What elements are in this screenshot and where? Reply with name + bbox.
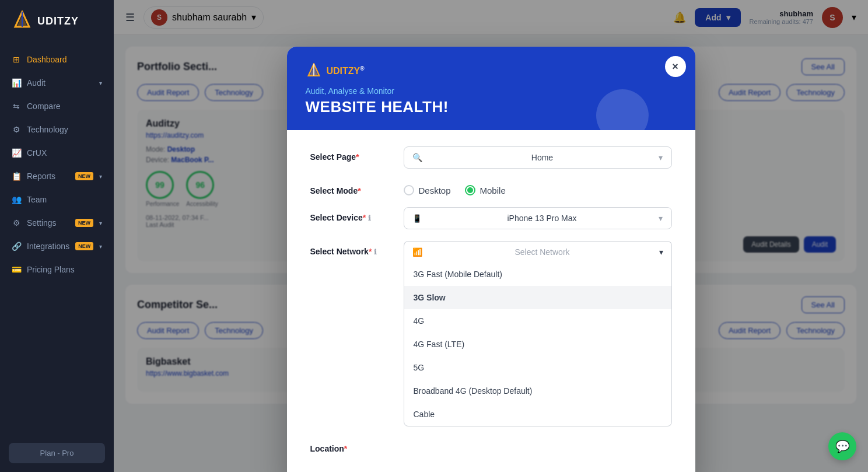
audit-icon: 📊 [12, 78, 21, 88]
mobile-label: Mobile [480, 186, 506, 195]
integrations-icon: 🔗 [12, 242, 21, 251]
sidebar-navigation: ⊞ Dashboard 📊 Audit ▾ ⇆ Compare ⚙ Techno… [0, 42, 114, 434]
mode-mobile-option[interactable]: Mobile [465, 185, 506, 195]
chevron-down-icon: ▾ [99, 220, 102, 226]
search-icon: 🔍 [412, 153, 422, 162]
device-info-icon[interactable]: ℹ [368, 214, 371, 222]
plan-button[interactable]: Plan - Pro [9, 443, 105, 463]
sidebar-item-label: CrUX [27, 148, 102, 158]
select-network-field[interactable]: 📶 Select Network ▾ [404, 241, 672, 263]
modal-logo-icon [306, 63, 322, 79]
select-network-control: 📶 Select Network ▾ 3G Fast (Mobile Defau… [404, 241, 672, 426]
sidebar-bottom: Plan - Pro [0, 434, 114, 472]
chat-bubble-button[interactable]: 💬 [828, 432, 856, 460]
sidebar-item-label: Technology [27, 125, 102, 134]
sidebar-item-audit[interactable]: 📊 Audit ▾ [0, 71, 114, 95]
chevron-down-icon: ▾ [99, 243, 102, 250]
chevron-down-icon: ▾ [99, 173, 102, 180]
select-mode-label: Select Mode* [310, 180, 392, 195]
sidebar-item-label: Pricing Plans [27, 265, 102, 274]
modal-header: UDITZY® Audit, Analyse & Monitor WEBSITE… [287, 47, 695, 130]
sidebar-item-integrations[interactable]: 🔗 Integrations NEW ▾ [0, 235, 114, 258]
network-option-broadband[interactable]: Broadband 4G (Desktop Default) [404, 379, 671, 403]
network-info-icon[interactable]: ℹ [374, 248, 377, 256]
sidebar-item-label: Settings [27, 218, 69, 228]
modal-logo-text: UDITZY® [327, 65, 365, 76]
select-page-row: Select Page* 🔍 Home ▾ [310, 146, 672, 169]
modal-overlay: UDITZY® Audit, Analyse & Monitor WEBSITE… [114, 0, 868, 472]
chevron-down-icon: ▾ [659, 247, 663, 257]
chevron-down-icon: ▾ [659, 153, 663, 162]
modal-decoration [596, 89, 649, 142]
network-placeholder: Select Network [514, 247, 569, 257]
network-option-5g[interactable]: 5G [404, 356, 671, 379]
sidebar-item-settings[interactable]: ⚙ Settings NEW ▾ [0, 211, 114, 235]
modal-close-button[interactable]: × [665, 56, 686, 77]
auditzy-logo-icon [12, 11, 33, 32]
network-option-4g-lte[interactable]: 4G Fast (LTE) [404, 333, 671, 356]
crux-icon: 📈 [12, 148, 21, 158]
sidebar-item-team[interactable]: 👥 Team [0, 188, 114, 211]
sidebar-item-pricing[interactable]: 💳 Pricing Plans [0, 258, 114, 281]
chat-icon: 💬 [835, 439, 850, 453]
team-icon: 👥 [12, 195, 21, 204]
sidebar-item-label: Dashboard [27, 55, 102, 64]
sidebar-item-crux[interactable]: 📈 CrUX [0, 141, 114, 165]
select-mode-control: Desktop Mobile [404, 180, 672, 195]
modal-logo: UDITZY® [306, 63, 677, 79]
sidebar: UDITZY ⊞ Dashboard 📊 Audit ▾ ⇆ Compare ⚙… [0, 0, 114, 472]
location-row: Location* [310, 438, 672, 453]
network-option-cable[interactable]: Cable [404, 403, 671, 426]
sidebar-item-technology[interactable]: ⚙ Technology [0, 118, 114, 141]
new-badge: NEW [75, 242, 93, 250]
main-content: ☰ S shubham saurabh ▾ 🔔 Add ▾ shubham Re… [114, 0, 868, 472]
location-label: Location* [310, 438, 392, 453]
network-option-3g-fast[interactable]: 3G Fast (Mobile Default) [404, 263, 671, 286]
select-device-value: iPhone 13 Pro Max [507, 214, 576, 223]
chevron-down-icon: ▾ [659, 214, 663, 223]
select-mode-row: Select Mode* Desktop Mobile [310, 180, 672, 195]
desktop-label: Desktop [419, 186, 451, 195]
sidebar-item-label: Compare [27, 102, 102, 111]
select-page-control: 🔍 Home ▾ [404, 146, 672, 169]
select-network-row: Select Network* ℹ 📶 Select Network ▾ 3G … [310, 241, 672, 426]
sidebar-logo: UDITZY [0, 0, 114, 42]
sidebar-item-label: Team [27, 195, 102, 204]
network-option-3g-slow[interactable]: 3G Slow [404, 286, 671, 309]
select-page-value: Home [531, 153, 553, 162]
reports-icon: 📋 [12, 172, 21, 181]
network-dropdown-list: 3G Fast (Mobile Default) 3G Slow 4G 4G F… [404, 263, 672, 426]
new-badge: NEW [75, 172, 93, 180]
logo-text: UDITZY [37, 15, 79, 27]
mobile-radio[interactable] [465, 185, 475, 195]
technology-icon: ⚙ [12, 125, 21, 134]
sidebar-item-compare[interactable]: ⇆ Compare [0, 95, 114, 118]
mode-desktop-option[interactable]: Desktop [404, 185, 451, 195]
device-icon: 📱 [412, 214, 422, 223]
audit-modal: UDITZY® Audit, Analyse & Monitor WEBSITE… [287, 47, 695, 472]
pricing-icon: 💳 [12, 265, 21, 274]
modal-body: Select Page* 🔍 Home ▾ Select Mode* [287, 130, 695, 472]
select-device-row: Select Device* ℹ 📱 iPhone 13 Pro Max ▾ [310, 207, 672, 229]
select-network-label: Select Network* ℹ [310, 241, 392, 256]
select-page-label: Select Page* [310, 146, 392, 162]
sidebar-item-label: Audit [27, 78, 93, 88]
wifi-icon: 📶 [412, 247, 422, 257]
settings-icon: ⚙ [12, 218, 21, 228]
sidebar-item-dashboard[interactable]: ⊞ Dashboard [0, 48, 114, 71]
network-option-4g[interactable]: 4G [404, 309, 671, 333]
select-page-field[interactable]: 🔍 Home ▾ [404, 146, 672, 169]
sidebar-item-label: Reports [27, 172, 69, 181]
select-device-field[interactable]: 📱 iPhone 13 Pro Max ▾ [404, 207, 672, 229]
compare-icon: ⇆ [12, 102, 21, 111]
dashboard-icon: ⊞ [12, 55, 21, 64]
chevron-down-icon: ▾ [99, 80, 102, 86]
select-device-control: 📱 iPhone 13 Pro Max ▾ [404, 207, 672, 229]
sidebar-item-reports[interactable]: 📋 Reports NEW ▾ [0, 165, 114, 188]
new-badge: NEW [75, 219, 93, 227]
sidebar-item-label: Integrations [27, 242, 69, 251]
mode-radio-group: Desktop Mobile [404, 180, 672, 195]
desktop-radio[interactable] [404, 185, 414, 195]
select-device-label: Select Device* ℹ [310, 207, 392, 222]
